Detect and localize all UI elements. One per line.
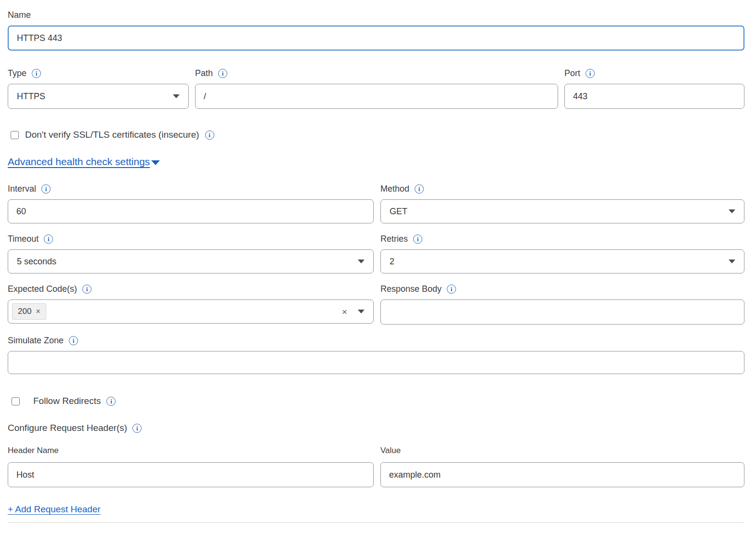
configure-request-headers-label-text: Configure Request Header(s) — [8, 423, 127, 433]
interval-label-text: Interval — [8, 183, 36, 194]
interval-input[interactable] — [8, 199, 374, 223]
info-icon[interactable]: i — [413, 234, 422, 244]
name-label: Name — [8, 10, 744, 20]
info-icon[interactable]: i — [205, 130, 214, 140]
info-icon[interactable]: i — [32, 69, 41, 78]
response-body-input[interactable] — [380, 299, 744, 325]
expected-code-tag-text: 200 — [18, 307, 31, 316]
method-label: Method i — [380, 183, 744, 194]
tag-remove-icon[interactable]: × — [36, 307, 40, 316]
chevron-down-icon — [173, 94, 180, 98]
port-label-text: Port — [564, 68, 580, 78]
follow-redirects-label: Follow Redirects — [33, 396, 101, 406]
port-label: Port i — [564, 68, 744, 78]
type-label: Type i — [8, 68, 189, 78]
section-divider — [8, 522, 744, 523]
info-icon[interactable]: i — [41, 184, 51, 194]
method-select[interactable]: GET — [380, 199, 744, 223]
header-name-column-label: Header Name — [8, 446, 374, 455]
configure-request-headers-label: Configure Request Header(s) i — [8, 423, 744, 433]
type-select-value: HTTPS — [17, 91, 45, 102]
expected-codes-label: Expected Code(s) i — [8, 284, 374, 294]
expected-codes-label-text: Expected Code(s) — [8, 284, 77, 294]
timeout-label: Timeout i — [8, 234, 374, 244]
chevron-down-icon — [729, 209, 735, 213]
retries-select[interactable]: 2 — [380, 249, 744, 273]
info-icon[interactable]: i — [69, 336, 78, 345]
timeout-label-text: Timeout — [8, 234, 39, 244]
simulate-zone-label-text: Simulate Zone — [8, 335, 64, 346]
header-name-input[interactable] — [8, 462, 374, 487]
dont-verify-ssl-checkbox[interactable] — [11, 131, 19, 139]
chevron-down-icon[interactable] — [358, 310, 365, 313]
advanced-settings-link[interactable]: Advanced health check settings — [8, 156, 160, 168]
name-input[interactable] — [8, 26, 744, 51]
info-icon[interactable]: i — [44, 234, 53, 244]
path-input[interactable] — [195, 84, 558, 109]
name-label-text: Name — [8, 10, 31, 20]
chevron-down-icon — [358, 260, 365, 263]
clear-icon[interactable]: × — [342, 307, 347, 316]
health-check-form: Name Type i HTTPS Path i Port i — [0, 0, 756, 523]
response-body-label-text: Response Body — [380, 284, 442, 294]
caret-down-icon — [151, 160, 160, 165]
chevron-down-icon — [729, 260, 735, 263]
retries-label: Retries i — [380, 234, 744, 244]
type-select[interactable]: HTTPS — [8, 84, 189, 109]
info-icon[interactable]: i — [218, 69, 227, 78]
path-label-text: Path — [195, 68, 213, 78]
type-label-text: Type — [8, 68, 26, 78]
retries-select-value: 2 — [390, 257, 394, 267]
timeout-select[interactable]: 5 seconds — [8, 249, 374, 273]
interval-label: Interval i — [8, 183, 374, 194]
info-icon[interactable]: i — [586, 69, 595, 78]
info-icon[interactable]: i — [132, 424, 142, 433]
info-icon[interactable]: i — [415, 184, 424, 194]
dont-verify-ssl-label: Don't verify SSL/TLS certificates (insec… — [25, 130, 199, 140]
info-icon[interactable]: i — [447, 285, 456, 294]
port-input[interactable] — [564, 84, 744, 109]
request-header-row: Header Name Value — [8, 446, 744, 487]
advanced-settings-link-text: Advanced health check settings — [8, 156, 150, 168]
path-label: Path i — [195, 68, 558, 78]
info-icon[interactable]: i — [106, 397, 116, 406]
method-select-value: GET — [390, 207, 407, 217]
method-label-text: Method — [380, 183, 409, 194]
simulate-zone-input[interactable] — [8, 351, 744, 374]
simulate-zone-label: Simulate Zone i — [8, 335, 744, 346]
expected-codes-multiselect[interactable]: 200 × × — [8, 299, 374, 324]
follow-redirects-checkbox[interactable] — [12, 397, 20, 405]
info-icon[interactable]: i — [82, 285, 91, 294]
header-value-input[interactable] — [380, 462, 744, 487]
expected-code-tag: 200 × — [12, 303, 46, 320]
header-value-column-label: Value — [380, 446, 744, 455]
retries-label-text: Retries — [380, 234, 408, 244]
timeout-select-value: 5 seconds — [17, 257, 56, 267]
add-request-header-link[interactable]: + Add Request Header — [8, 504, 101, 515]
response-body-label: Response Body i — [380, 284, 744, 294]
